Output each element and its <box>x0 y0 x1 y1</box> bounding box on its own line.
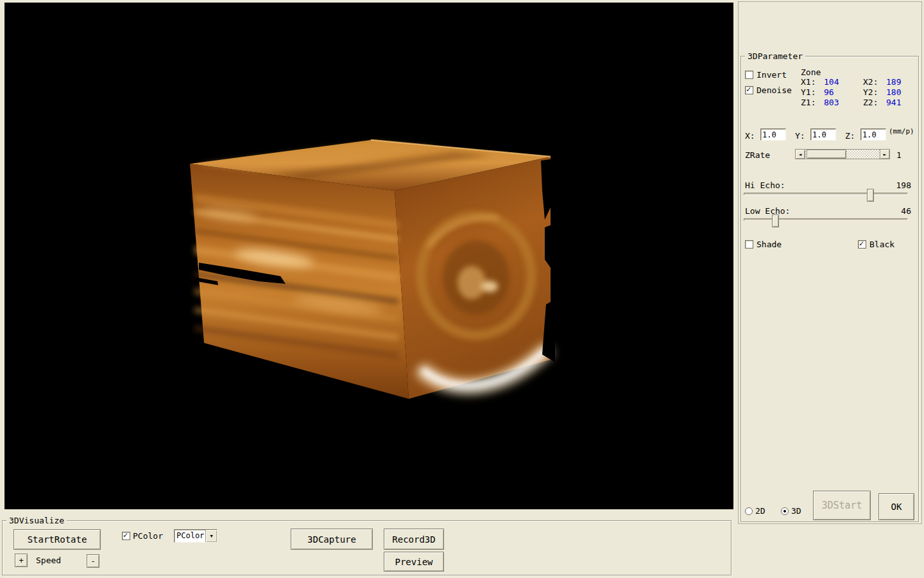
start-rotate-button[interactable]: StartRotate <box>13 529 101 550</box>
parameter-group-title: 3DParameter <box>745 51 805 62</box>
speed-minus-button[interactable]: - <box>87 554 99 568</box>
denoise-checkbox[interactable] <box>745 86 753 94</box>
zone-y2-label: Y2: <box>863 87 878 97</box>
zrate-label: ZRate <box>745 150 770 160</box>
zone-x2-label: X2: <box>863 77 878 87</box>
pcolor-checkbox[interactable] <box>122 532 130 540</box>
zone-y1-label: Y1: <box>801 87 816 97</box>
dropdown-arrow-icon[interactable]: ▼ <box>205 530 217 542</box>
y-scale-input[interactable] <box>810 128 836 141</box>
app-window: 3DParameter Invert Denoise Zone X1: 104 … <box>0 0 924 578</box>
zone-title: Zone <box>801 67 821 77</box>
viewport-3d[interactable] <box>4 3 733 509</box>
scale-unit-label: (mm/p) <box>889 127 914 136</box>
low-echo-label: Low Echo: <box>745 206 790 216</box>
black-checkbox[interactable] <box>858 240 866 249</box>
z-scale-input[interactable] <box>860 128 886 141</box>
zone-z1-value: 803 <box>824 98 839 107</box>
x-scale-label: X: <box>745 131 755 141</box>
zone-x2-value: 189 <box>886 77 901 87</box>
black-label: Black <box>869 240 894 249</box>
start-3d-button[interactable]: 3DStart <box>813 491 871 520</box>
capture-3d-button[interactable]: 3DCapture <box>291 529 373 550</box>
zone-z1-label: Z1: <box>801 98 816 107</box>
preview-button[interactable]: Preview <box>384 552 444 572</box>
pcolor-label: PColor <box>133 531 163 541</box>
zrate-scrollbar-thumb[interactable] <box>807 150 846 159</box>
visualize-group-title: 3DVisualize <box>6 516 67 526</box>
zone-x1-value: 104 <box>824 77 839 87</box>
zone-z2-label: Z2: <box>863 98 878 107</box>
visualize-groupbox: 3DVisualize StartRotate PColor PColor ▼ … <box>2 520 732 575</box>
pcolor-dropdown[interactable]: PColor ▼ <box>174 529 218 543</box>
denoise-label: Denoise <box>757 85 792 95</box>
ok-button[interactable]: OK <box>878 493 914 520</box>
ultrasound-volume-render <box>4 3 733 509</box>
hi-echo-slider-thumb[interactable] <box>867 189 874 202</box>
low-echo-slider-track[interactable] <box>744 218 908 221</box>
zrate-scrollbar[interactable]: ◄ ► <box>795 149 890 159</box>
mode-3d-radio[interactable] <box>781 507 789 515</box>
x-scale-input[interactable] <box>760 128 786 141</box>
speed-label: Speed <box>36 556 61 565</box>
z-scale-label: Z: <box>845 131 855 141</box>
zrate-arrow-left-icon[interactable]: ◄ <box>795 149 805 159</box>
pcolor-dropdown-value: PColor <box>175 530 205 542</box>
hi-echo-value: 198 <box>869 180 911 190</box>
shade-checkbox[interactable] <box>745 240 753 249</box>
zone-y1-value: 96 <box>824 87 834 97</box>
zrate-value: 1 <box>896 150 902 160</box>
speed-plus-button[interactable]: + <box>15 554 28 567</box>
mode-2d-radio[interactable] <box>745 507 753 515</box>
record-3d-button[interactable]: Record3D <box>384 529 444 550</box>
hi-echo-label: Hi Echo: <box>745 180 785 190</box>
low-echo-value: 46 <box>869 206 911 216</box>
parameter-panel: 3DParameter Invert Denoise Zone X1: 104 … <box>738 1 922 524</box>
zone-z2-value: 941 <box>886 98 901 107</box>
shade-label: Shade <box>757 240 782 249</box>
hi-echo-slider-track[interactable] <box>744 193 908 195</box>
invert-label: Invert <box>757 70 787 80</box>
y-scale-label: Y: <box>795 131 805 141</box>
zrate-scrollbar-track[interactable] <box>805 149 880 159</box>
low-echo-slider-thumb[interactable] <box>772 215 779 227</box>
invert-checkbox[interactable] <box>745 71 753 79</box>
zone-y2-value: 180 <box>886 87 901 97</box>
parameter-groupbox: 3DParameter Invert Denoise Zone X1: 104 … <box>740 56 919 522</box>
mode-3d-label: 3D <box>791 506 801 516</box>
zone-x1-label: X1: <box>801 77 816 87</box>
zrate-arrow-right-icon[interactable]: ► <box>880 149 890 159</box>
mode-2d-label: 2D <box>755 506 766 516</box>
